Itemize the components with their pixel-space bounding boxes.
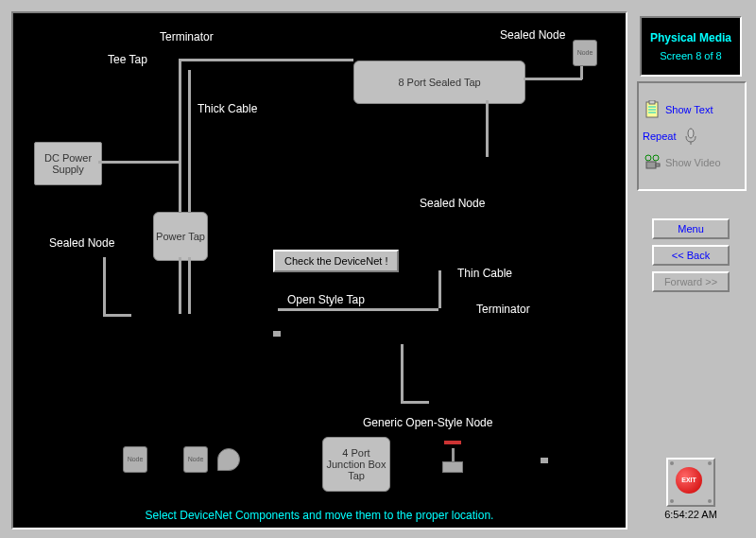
- check-devicenet-message: Check the DeviceNet !: [273, 250, 399, 272]
- header-box: Physical Media Screen 8 of 8: [640, 16, 742, 77]
- header-screen: Screen 8 of 8: [642, 50, 740, 61]
- sealed-node-top-icon[interactable]: Node: [573, 40, 597, 66]
- exit-button[interactable]: EXIT: [666, 458, 715, 507]
- actions-panel: Show Text Repeat Show Video: [637, 81, 747, 191]
- menu-button[interactable]: Menu: [652, 218, 730, 239]
- label-generic-node: Generic Open-Style Node: [363, 416, 492, 429]
- svg-point-5: [688, 129, 694, 138]
- 4-port-junction-box-tap[interactable]: 4 Port Junction Box Tap: [322, 437, 390, 492]
- label-sealed-node-top: Sealed Node: [500, 28, 565, 42]
- terminator-stub[interactable]: [273, 331, 281, 337]
- label-open-style-tap: Open Style Tap: [287, 293, 365, 306]
- svg-rect-9: [646, 162, 656, 168]
- svg-point-8: [653, 155, 659, 161]
- cable: [438, 270, 441, 308]
- label-thin-cable: Thin Cable: [457, 267, 512, 280]
- cable: [103, 314, 131, 317]
- repeat-link[interactable]: Repeat: [643, 127, 741, 146]
- node-connector-icon[interactable]: [217, 448, 240, 471]
- forward-button[interactable]: Forward >>: [652, 271, 730, 292]
- clipboard-icon: [643, 100, 662, 119]
- label-thick-cable: Thick Cable: [198, 102, 257, 115]
- dc-power-supply[interactable]: DC Power Supply: [34, 142, 102, 185]
- camera-icon: [643, 153, 662, 172]
- generic-open-style-node-icon[interactable]: [434, 437, 472, 475]
- 8-port-sealed-tap[interactable]: 8 Port Sealed Tap: [353, 61, 525, 104]
- cable: [278, 308, 438, 311]
- svg-point-7: [645, 155, 651, 161]
- show-text-label: Show Text: [665, 104, 713, 115]
- header-title: Physical Media: [642, 31, 740, 44]
- cable: [98, 161, 179, 164]
- back-button[interactable]: << Back: [652, 245, 730, 266]
- sealed-node-icon-1[interactable]: Node: [123, 446, 147, 473]
- show-video-label: Show Video: [665, 157, 721, 168]
- label-sealed-node-mid: Sealed Node: [420, 197, 485, 210]
- instruction-text: Select DeviceNet Components and move the…: [13, 509, 626, 522]
- cable: [103, 257, 106, 314]
- cable: [188, 70, 191, 212]
- cable: [401, 344, 404, 401]
- cable: [524, 78, 582, 80]
- sealed-node-icon-2[interactable]: Node: [183, 446, 208, 473]
- label-tee-tap: Tee Tap: [108, 53, 147, 66]
- cable: [486, 100, 489, 157]
- microphone-icon: [681, 127, 700, 146]
- sidebar: Physical Media Screen 8 of 8 Show Text R…: [637, 11, 745, 526]
- show-text-link[interactable]: Show Text: [643, 100, 741, 119]
- terminator-stub-2[interactable]: [541, 458, 548, 463]
- clock: 6:54:22 AM: [637, 509, 745, 520]
- cable: [401, 401, 429, 404]
- label-terminator-right: Terminator: [476, 303, 530, 316]
- cable: [580, 66, 583, 79]
- diagram-canvas[interactable]: Terminator Tee Tap Sealed Node Thick Cab…: [11, 11, 627, 529]
- repeat-label: Repeat: [643, 130, 676, 142]
- cable: [179, 59, 353, 61]
- show-video-link[interactable]: Show Video: [643, 153, 741, 172]
- cable: [179, 257, 181, 314]
- svg-rect-1: [649, 100, 655, 104]
- label-sealed-node-left: Sealed Node: [49, 236, 114, 250]
- exit-icon: EXIT: [676, 467, 702, 494]
- cable: [179, 59, 181, 212]
- power-tap[interactable]: Power Tap: [153, 212, 208, 261]
- svg-rect-10: [656, 164, 660, 166]
- label-terminator-top: Terminator: [160, 30, 214, 43]
- cable: [188, 257, 191, 314]
